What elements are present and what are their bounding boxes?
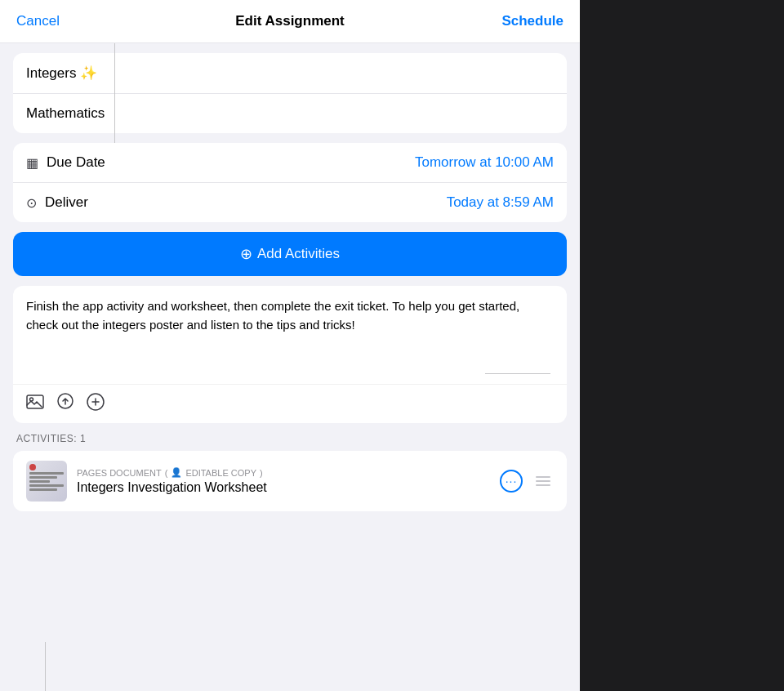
upload-toolbar-icon[interactable] <box>57 393 74 415</box>
ellipsis-icon: ··· <box>506 475 518 487</box>
due-date-label-group: ▦ Due Date <box>26 154 105 171</box>
instructions-text[interactable]: Finish the app activity and worksheet, t… <box>13 286 567 384</box>
thumb-line-4 <box>29 484 64 487</box>
activities-count-label: ACTIVITIES: 1 <box>13 433 567 444</box>
hamburger-line-2 <box>536 480 550 482</box>
activities-card: PAGES DOCUMENT ( 👤 EDITABLE COPY ) Integ… <box>13 451 567 511</box>
more-options-button[interactable]: ··· <box>500 470 523 493</box>
activities-section: ACTIVITIES: 1 <box>13 433 567 511</box>
deliver-row[interactable]: ⊙ Deliver Today at 8:59 AM <box>13 183 567 222</box>
assignment-subject-text: Mathematics <box>26 105 105 121</box>
activity-thumbnail <box>26 461 67 502</box>
activity-info: PAGES DOCUMENT ( 👤 EDITABLE COPY ) Integ… <box>77 467 490 495</box>
schedule-button[interactable]: Schedule <box>501 13 564 29</box>
date-card: ▦ Due Date Tomorrow at 10:00 AM ⊙ Delive… <box>13 143 567 222</box>
add-toolbar-icon[interactable] <box>87 393 105 415</box>
thumb-dot <box>29 464 36 470</box>
deliver-label-group: ⊙ Deliver <box>26 194 88 211</box>
hamburger-line-3 <box>536 484 550 486</box>
reorder-button[interactable] <box>532 473 554 489</box>
activity-actions: ··· <box>500 470 554 493</box>
instructions-card: Finish the app activity and worksheet, t… <box>13 286 567 423</box>
due-date-row[interactable]: ▦ Due Date Tomorrow at 10:00 AM <box>13 143 567 183</box>
thumb-line-1 <box>29 472 64 475</box>
add-activities-button[interactable]: ⊕ Add Activities <box>13 232 567 276</box>
page-title: Edit Assignment <box>235 13 345 29</box>
deliver-label: Deliver <box>45 194 88 211</box>
thumb-line-5 <box>29 488 57 491</box>
assignment-title-field[interactable]: Integers ✨ <box>13 53 567 94</box>
activity-meta: PAGES DOCUMENT ( 👤 EDITABLE COPY ) <box>77 467 490 478</box>
calendar-icon: ▦ <box>26 155 38 171</box>
content-area: Integers ✨ Mathematics ▦ Due Date Tomorr… <box>0 43 580 521</box>
table-row: PAGES DOCUMENT ( 👤 EDITABLE COPY ) Integ… <box>13 451 567 511</box>
due-date-value: Tomorrow at 10:00 AM <box>415 154 554 171</box>
instructions-toolbar <box>13 384 567 423</box>
deliver-value: Today at 8:59 AM <box>447 194 554 211</box>
activity-type-label: PAGES DOCUMENT <box>77 468 162 478</box>
cancel-button[interactable]: Cancel <box>16 13 60 29</box>
assignment-subject-field[interactable]: Mathematics <box>13 94 567 133</box>
header: Cancel Edit Assignment Schedule <box>0 0 580 43</box>
hamburger-line-1 <box>536 476 550 478</box>
clock-icon: ⊙ <box>26 195 37 211</box>
person-icon: 👤 <box>171 467 182 478</box>
activity-meta-close: ) <box>260 468 263 478</box>
activity-meta-separator: ( <box>165 468 168 478</box>
modal-container: Cancel Edit Assignment Schedule Integers… <box>0 0 580 691</box>
thumb-line-2 <box>29 476 57 479</box>
image-toolbar-icon[interactable] <box>26 395 44 413</box>
assignment-title-text: Integers ✨ <box>26 65 97 82</box>
svg-point-1 <box>30 398 33 401</box>
activity-name: Integers Investigation Worksheet <box>77 480 490 495</box>
vertical-line-bottom <box>45 642 46 691</box>
activity-copy-label: EDITABLE COPY <box>185 468 256 478</box>
thumbnail-inner <box>26 461 67 502</box>
add-circle-icon: ⊕ <box>240 245 252 263</box>
thumb-line-3 <box>29 480 50 483</box>
text-underline <box>485 373 550 374</box>
due-date-label: Due Date <box>47 154 105 171</box>
add-activities-label: Add Activities <box>257 246 340 262</box>
title-card: Integers ✨ Mathematics <box>13 53 567 133</box>
